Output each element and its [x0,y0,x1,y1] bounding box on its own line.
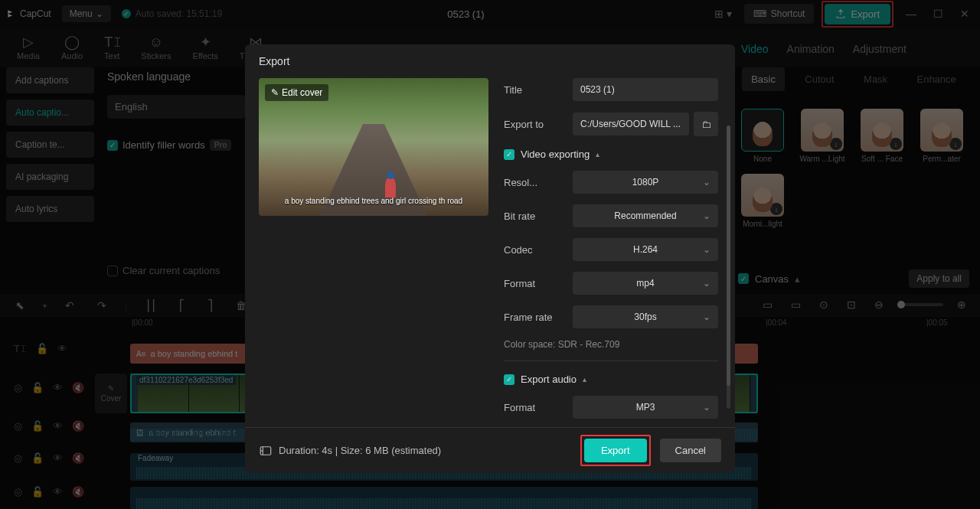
resolution-label: Resol... [504,177,564,188]
codec-label: Codec [504,244,564,256]
codec-select[interactable]: H.264 [573,238,718,261]
resolution-select[interactable]: 1080P [573,171,718,194]
duration-info: Duration: 4s | Size: 6 MB (estimated) [259,444,441,458]
modal-scrollbar[interactable] [727,126,730,409]
folder-icon[interactable]: 🗀 [694,112,718,136]
modal-cancel-button[interactable]: Cancel [660,439,721,462]
format-select[interactable]: mp4 [573,272,718,295]
export-to-path[interactable]: C:/Users/GOOD WILL ... [573,113,689,135]
preview-caption: a boy standing ebhind trees and girl cro… [259,197,488,205]
title-input[interactable] [573,78,718,101]
edit-cover-button[interactable]: ✎Edit cover [265,84,328,101]
audio-format-label: Format [504,402,564,413]
audio-format-select[interactable]: MP3 [573,396,718,419]
export-audio-section[interactable]: Export audio [521,374,577,385]
bitrate-label: Bit rate [504,210,564,222]
export-modal: Export ✎Edit cover a boy standing ebhind… [245,44,735,473]
video-exporting-section[interactable]: Video exporting [521,148,590,160]
colorspace-info: Color space: SDR - Rec.709 [504,339,718,350]
title-label: Title [504,84,564,96]
framerate-label: Frame rate [504,312,564,323]
modal-export-button[interactable]: Export [584,439,647,462]
cover-preview: ✎Edit cover a boy standing ebhind trees … [259,78,488,216]
export-to-label: Export to [504,119,564,130]
modal-title: Export [245,44,735,78]
bitrate-select[interactable]: Recommended [573,204,718,227]
format-label: Format [504,278,564,289]
framerate-select[interactable]: 30fps [573,305,718,328]
